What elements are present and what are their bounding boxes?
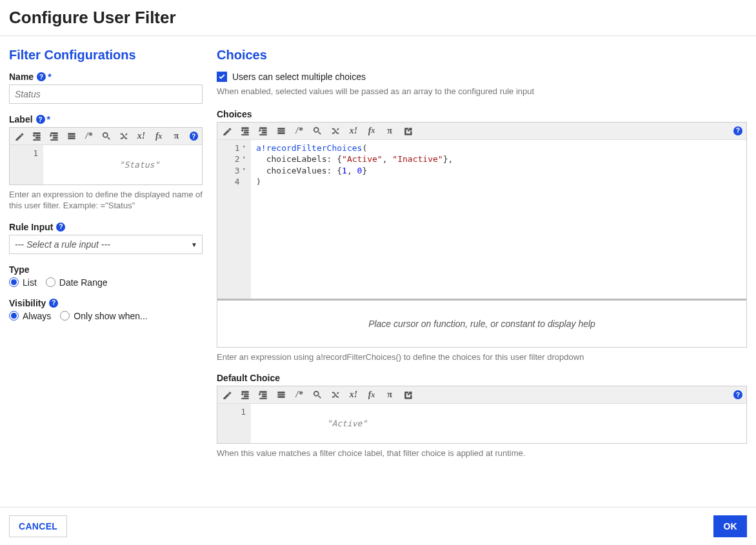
shuffle-icon[interactable] (330, 125, 341, 137)
help-icon[interactable]: ? (56, 223, 65, 232)
name-label-text: Name (9, 72, 34, 82)
clear-var-icon[interactable]: x! (348, 125, 359, 137)
editor-body[interactable]: 1 "Status" (10, 145, 202, 184)
footer: CANCEL OK (0, 507, 756, 545)
default-choice-field: Default Choice /* x! fx π (217, 373, 747, 459)
radio-dot-icon (9, 311, 19, 321)
help-icon[interactable]: ? (37, 72, 46, 81)
titlebar: Configure User Filter (0, 0, 756, 36)
visibility-label: Visibility ? (9, 298, 203, 308)
multi-select-label: Users can select multiple choices (232, 72, 366, 82)
visibility-radio-row: Always Only show when... (9, 311, 203, 321)
export-icon[interactable] (402, 389, 413, 401)
left-column: Filter Configurations Name ? * Label ? * (9, 48, 203, 507)
visibility-radio-only-show-when[interactable]: Only show when... (60, 311, 147, 321)
fx-icon[interactable]: fx (154, 130, 164, 142)
label-label: Label ? * (9, 114, 203, 124)
code-area[interactable]: a!recordFilterChoices( choiceLabels: {"A… (251, 140, 746, 299)
name-input[interactable] (9, 84, 203, 104)
dialog-title: Configure User Filter (9, 8, 747, 28)
visibility-radio-always[interactable]: Always (9, 311, 51, 321)
shuffle-icon[interactable] (118, 130, 129, 142)
choices-heading: Choices (217, 48, 747, 63)
label-field: Label ? * /* x! fx π (9, 114, 203, 212)
help-icon[interactable]: ? (49, 299, 58, 308)
label-helper: Enter an expression to define the displa… (9, 189, 203, 212)
code-area[interactable]: "Active" (251, 404, 746, 443)
indent-icon[interactable] (257, 389, 269, 401)
dialog-root: Configure User Filter Filter Configurati… (0, 0, 756, 545)
rule-input-select[interactable]: --- Select a rule input --- (9, 235, 203, 254)
default-choice-helper: When this value matches a filter choice … (217, 448, 747, 459)
pi-icon[interactable]: π (384, 389, 395, 401)
clear-var-icon[interactable]: x! (136, 130, 147, 142)
indent-icon[interactable] (48, 130, 59, 142)
rule-input-field: Rule Input ? --- Select a rule input ---… (9, 222, 203, 254)
search-icon[interactable] (312, 125, 323, 137)
gutter: 1 (10, 145, 43, 184)
default-choice-placeholder: "Active" (327, 419, 368, 428)
comment-icon[interactable]: /* (83, 130, 94, 142)
shuffle-icon[interactable] (330, 389, 341, 401)
outdent-icon[interactable] (31, 130, 42, 142)
visibility-option-always-label: Always (23, 311, 51, 321)
fx-icon[interactable]: fx (366, 125, 377, 137)
magic-wand-icon[interactable] (221, 125, 233, 137)
visibility-field: Visibility ? Always Only show when... (9, 298, 203, 321)
help-icon[interactable]: ? (733, 126, 742, 135)
choices-field: Choices /* x! fx π (217, 109, 747, 363)
ok-button[interactable]: OK (713, 515, 747, 537)
magic-wand-icon[interactable] (221, 389, 233, 401)
multi-select-row: Users can select multiple choices (217, 72, 747, 82)
outdent-icon[interactable] (239, 389, 251, 401)
svg-point-1 (314, 127, 319, 132)
rule-input-label: Rule Input ? (9, 222, 203, 232)
comment-icon[interactable]: /* (293, 125, 305, 137)
editor-body[interactable]: 1▾2▾3▾4▾ a!recordFilterChoices( choiceLa… (217, 140, 746, 299)
type-radio-list[interactable]: List (9, 277, 37, 288)
visibility-option-onlyshow-label: Only show when... (74, 311, 147, 321)
format-icon[interactable] (275, 389, 287, 401)
filter-config-heading: Filter Configurations (9, 48, 203, 63)
fx-icon[interactable]: fx (366, 389, 377, 401)
indent-icon[interactable] (257, 125, 269, 137)
required-marker: * (48, 72, 51, 82)
help-icon[interactable]: ? (190, 132, 198, 141)
format-icon[interactable] (275, 125, 287, 137)
multi-select-helper: When enabled, selected values will be pa… (217, 86, 747, 97)
required-marker: * (47, 114, 50, 124)
content-area: Filter Configurations Name ? * Label ? * (0, 36, 756, 507)
type-radio-date-range[interactable]: Date Range (46, 277, 108, 288)
type-option-list-label: List (23, 277, 37, 288)
visibility-label-text: Visibility (9, 298, 46, 308)
pi-icon[interactable]: π (384, 125, 395, 137)
clear-var-icon[interactable]: x! (348, 389, 359, 401)
rule-input-label-text: Rule Input (9, 222, 53, 232)
pi-icon[interactable]: π (171, 130, 182, 142)
format-icon[interactable] (66, 130, 77, 142)
right-column: Choices Users can select multiple choice… (217, 48, 747, 507)
gutter: 1 (217, 404, 251, 443)
name-label: Name ? * (9, 72, 203, 82)
editor-toolbar: /* x! fx π ? (10, 128, 202, 145)
radio-dot-icon (60, 311, 70, 321)
svg-point-2 (314, 391, 319, 396)
export-icon[interactable] (402, 125, 413, 137)
editor-toolbar: /* x! fx π ? (217, 123, 746, 140)
comment-icon[interactable]: /* (293, 389, 305, 401)
type-radio-row: List Date Range (9, 277, 203, 288)
type-label: Type (9, 264, 203, 275)
search-icon[interactable] (312, 389, 323, 401)
outdent-icon[interactable] (239, 125, 251, 137)
help-icon[interactable]: ? (36, 115, 45, 124)
help-icon[interactable]: ? (733, 390, 742, 399)
search-icon[interactable] (101, 130, 112, 142)
choices-label: Choices (217, 109, 747, 119)
code-area[interactable]: "Status" (43, 145, 202, 184)
editor-body[interactable]: 1 "Active" (217, 404, 746, 443)
multi-select-checkbox[interactable] (217, 72, 227, 82)
magic-wand-icon[interactable] (14, 130, 25, 142)
choices-helper: Enter an expression using a!recordFilter… (217, 352, 747, 363)
choices-editor: /* x! fx π ? 1▾2▾3▾4▾ a!recordFilterChoi… (217, 122, 747, 348)
cancel-button[interactable]: CANCEL (9, 515, 67, 537)
